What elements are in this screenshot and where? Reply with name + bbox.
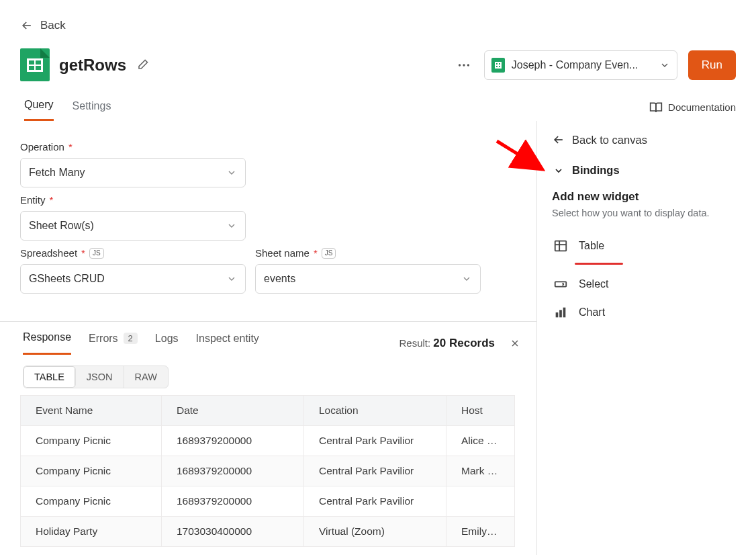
widget-option-table[interactable]: Table xyxy=(552,232,741,260)
table-cell: Central Park Pavilior xyxy=(304,456,446,486)
svg-rect-7 xyxy=(563,308,566,318)
entity-label: Entity* xyxy=(20,194,516,206)
tab-query[interactable]: Query xyxy=(24,93,54,121)
table-cell: Holiday Party xyxy=(21,517,162,547)
arrow-left-icon xyxy=(552,133,565,146)
spreadsheet-label: Spreadsheet* JS xyxy=(20,247,246,259)
svg-point-2 xyxy=(467,64,469,66)
svg-rect-3 xyxy=(555,241,567,251)
chevron-down-icon xyxy=(226,273,237,284)
operation-label: Operation* xyxy=(20,141,516,153)
widget-option-chart[interactable]: Chart xyxy=(552,298,741,327)
chevron-down-icon xyxy=(226,167,237,178)
table-cell: 1689379200000 xyxy=(162,486,304,517)
select-icon xyxy=(553,277,568,292)
close-icon[interactable] xyxy=(507,335,523,351)
google-sheets-icon xyxy=(20,48,50,81)
view-table[interactable]: TABLE xyxy=(23,366,76,388)
back-label: Back xyxy=(40,19,66,32)
table-cell xyxy=(446,486,515,517)
svg-rect-4 xyxy=(555,282,567,286)
sheetname-label: Sheet name* JS xyxy=(255,247,481,259)
google-sheets-icon xyxy=(491,58,505,73)
table-cell: Company Picnic xyxy=(21,426,162,456)
table-cell: Company Picnic xyxy=(21,486,162,517)
view-raw[interactable]: RAW xyxy=(124,366,168,388)
arrow-left-icon xyxy=(20,19,34,32)
table-cell: Central Park Pavilior xyxy=(304,426,446,456)
add-widget-title: Add new widget xyxy=(552,190,741,204)
table-cell: Alice Joh xyxy=(446,426,515,456)
back-to-canvas-link[interactable]: Back to canvas xyxy=(552,130,741,160)
run-button[interactable]: Run xyxy=(688,50,736,80)
tab-settings[interactable]: Settings xyxy=(73,95,111,120)
js-badge[interactable]: JS xyxy=(322,248,336,259)
widget-option-select[interactable]: Select xyxy=(552,270,741,298)
add-widget-subtitle: Select how you want to display data. xyxy=(552,208,741,218)
response-tab-response[interactable]: Response xyxy=(23,331,71,355)
table-cell: Emily Da xyxy=(446,517,515,547)
table-cell: 1703030400000 xyxy=(162,517,304,547)
sheetname-select[interactable]: events xyxy=(255,264,481,294)
response-tab-logs[interactable]: Logs xyxy=(155,333,179,354)
documentation-link[interactable]: Documentation xyxy=(649,101,736,114)
datasource-label: Joseph - Company Even... xyxy=(512,59,653,71)
datasource-select[interactable]: Joseph - Company Even... xyxy=(484,50,677,80)
table-header[interactable]: Date xyxy=(162,396,304,426)
book-icon xyxy=(649,101,663,114)
table-row[interactable]: Company Picnic1689379200000Central Park … xyxy=(21,456,515,486)
js-badge[interactable]: JS xyxy=(89,248,104,259)
table-cell: Central Park Pavilior xyxy=(304,486,446,517)
result-summary: Result: 20 Records xyxy=(399,337,495,350)
svg-point-1 xyxy=(463,64,465,66)
table-row[interactable]: Company Picnic1689379200000Central Park … xyxy=(21,486,515,517)
selected-underline xyxy=(575,263,623,265)
chevron-down-icon xyxy=(461,273,472,284)
table-cell: 1689379200000 xyxy=(162,456,304,486)
chevron-down-icon xyxy=(553,165,564,176)
svg-rect-6 xyxy=(559,310,562,317)
table-cell: Company Picnic xyxy=(21,456,162,486)
table-icon xyxy=(553,239,568,253)
chevron-down-icon xyxy=(659,60,670,71)
pencil-icon[interactable] xyxy=(136,58,149,72)
response-tab-inspect[interactable]: Inspect entity xyxy=(196,333,259,354)
table-cell: Virtual (Zoom) xyxy=(304,517,446,547)
chart-icon xyxy=(553,305,568,320)
entity-select[interactable]: Sheet Row(s) xyxy=(20,211,246,241)
table-cell: Mark Wil xyxy=(446,456,515,486)
query-title: getRows xyxy=(59,56,126,75)
table-header[interactable]: Location xyxy=(304,396,446,426)
table-row[interactable]: Holiday Party1703030400000Virtual (Zoom)… xyxy=(21,517,515,547)
svg-point-0 xyxy=(459,64,461,66)
chevron-down-icon xyxy=(226,220,237,231)
response-table: Event NameDateLocationHost Company Picni… xyxy=(20,395,515,547)
view-json[interactable]: JSON xyxy=(76,366,124,388)
spreadsheet-select[interactable]: GSheets CRUD xyxy=(20,264,246,294)
back-link[interactable]: Back xyxy=(0,0,756,38)
documentation-label: Documentation xyxy=(668,101,736,113)
table-row[interactable]: Company Picnic1689379200000Central Park … xyxy=(21,426,515,456)
table-header[interactable]: Event Name xyxy=(21,396,162,426)
response-tab-errors[interactable]: Errors 2 xyxy=(89,333,138,354)
response-view-toggle: TABLE JSON RAW xyxy=(23,366,169,388)
svg-rect-5 xyxy=(556,312,559,317)
errors-count-badge: 2 xyxy=(124,333,138,344)
operation-select[interactable]: Fetch Many xyxy=(20,158,246,187)
more-menu-button[interactable] xyxy=(455,58,473,73)
bindings-section-toggle[interactable]: Bindings xyxy=(553,164,741,177)
table-cell: 1689379200000 xyxy=(162,426,304,456)
table-header[interactable]: Host xyxy=(446,396,515,426)
